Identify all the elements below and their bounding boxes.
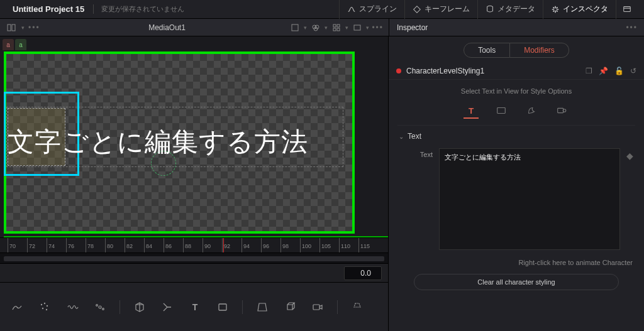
svg-rect-9 [337, 24, 340, 27]
title-bar: Untitled Project 15 変更が保存されていません スプライン キ… [0, 0, 644, 19]
inspector-icon [551, 5, 560, 14]
keyframes-button[interactable]: キーフレーム [404, 0, 477, 19]
ruler-tick: 100 [300, 238, 311, 252]
ruler-tick: 110 [339, 238, 350, 252]
buffer-a-tab[interactable]: a [3, 39, 14, 50]
clear-styling-button[interactable]: Clear all character styling [414, 274, 619, 290]
inspector-button[interactable]: インスペクタ [543, 0, 616, 19]
svg-rect-8 [333, 24, 336, 27]
subtab-layout[interactable] [494, 104, 509, 119]
viewer-settings-icon[interactable] [351, 21, 364, 34]
ruler-tick: 86 [164, 238, 172, 252]
svg-rect-22 [219, 304, 226, 310]
node-name: CharacterLevelStyling1 [406, 67, 484, 75]
plasma-tool[interactable] [92, 299, 108, 315]
subtab-shading[interactable] [524, 104, 539, 119]
ruler-tick: 72 [27, 238, 35, 252]
subtab-settings[interactable] [554, 104, 569, 119]
view-layout-icon[interactable] [5, 21, 18, 34]
buffer-tabs: a a [0, 36, 388, 50]
tab-modifiers[interactable]: Modifiers [510, 43, 569, 58]
buffer-b-tab[interactable]: a [15, 39, 26, 50]
spotlight-tool[interactable] [349, 299, 365, 315]
svg-rect-2 [8, 24, 11, 31]
subtab-text[interactable]: T [464, 104, 479, 119]
metadata-icon [486, 5, 494, 14]
shape3d-tool[interactable] [131, 299, 148, 315]
project-title: Untitled Project 15 [13, 4, 84, 14]
keyframe-diamond[interactable]: ◆ [626, 148, 634, 250]
viewer-canvas[interactable]: 文字ごとに編集する方法 [0, 50, 388, 237]
inspector-panel: Tools Modifiers CharacterLevelStyling1 ❐… [389, 36, 644, 331]
section-text-header[interactable]: ⌄ Text [389, 126, 644, 144]
layout-button[interactable] [616, 0, 638, 19]
node-toolbar: T [0, 283, 388, 331]
lock-icon[interactable]: 🔓 [614, 67, 624, 75]
image-plane-tool[interactable] [254, 299, 270, 315]
time-ruler[interactable]: 7072747678808284868890929496981001051101… [0, 237, 388, 252]
layout-icon [623, 5, 631, 14]
keyframes-icon [413, 5, 421, 14]
time-row: 0.0 [0, 264, 388, 283]
ruler-tick: 92 [222, 238, 230, 252]
ruler-tick: 105 [319, 238, 331, 252]
ruler-tick: 76 [66, 238, 74, 252]
animate-hint[interactable]: Right-click here to animate Character [389, 252, 644, 270]
inspector-menu[interactable]: ••• [626, 23, 638, 32]
ruler-tick: 94 [242, 238, 250, 252]
viewer-right-menu[interactable]: ••• [372, 23, 384, 32]
svg-rect-25 [497, 108, 506, 114]
svg-rect-10 [333, 28, 336, 31]
mask-tool[interactable] [214, 299, 231, 315]
particles-tool[interactable] [36, 299, 53, 315]
cube-tool[interactable] [282, 299, 298, 315]
inspector-header: Inspector ••• [389, 19, 644, 36]
svg-point-16 [42, 307, 43, 308]
text-tool[interactable]: T [187, 299, 203, 315]
reset-icon[interactable]: ↺ [630, 67, 636, 75]
svg-point-18 [99, 306, 101, 308]
camera-tool[interactable] [309, 299, 326, 315]
svg-rect-3 [12, 24, 15, 31]
lut-icon[interactable] [330, 21, 343, 34]
ruler-tick: 115 [358, 238, 370, 252]
pin-icon[interactable]: 📌 [599, 67, 608, 75]
text-input[interactable] [439, 148, 620, 250]
svg-rect-0 [624, 6, 631, 11]
svg-point-17 [46, 308, 47, 310]
svg-point-20 [103, 308, 104, 310]
spline-button[interactable]: スプライン [339, 0, 404, 19]
node-header[interactable]: CharacterLevelStyling1 ❐ 📌 🔓 ↺ [389, 63, 644, 80]
svg-rect-12 [354, 25, 360, 30]
noise-tool[interactable] [64, 299, 80, 315]
ruler-tick: 96 [261, 238, 269, 252]
viewer-left-menu[interactable]: ••• [28, 23, 40, 32]
preview-text[interactable]: 文字ごとに編集する方法 [8, 124, 308, 160]
merge-tool[interactable] [159, 299, 175, 315]
sub-header: ▾ ••• MediaOut1 ▾ ▾ ▾ ▾ ••• Inspector ••… [0, 19, 644, 36]
svg-text:T: T [469, 106, 474, 116]
tab-tools[interactable]: Tools [464, 43, 510, 58]
ruler-tick: 88 [183, 238, 191, 252]
inspector-subtabs: T [397, 101, 635, 126]
time-display[interactable]: 0.0 [344, 266, 382, 280]
viewer-node-label[interactable]: MediaOut1 [45, 23, 289, 32]
scrub-bar[interactable] [0, 252, 388, 264]
svg-rect-4 [292, 24, 298, 31]
ruler-tick: 70 [8, 238, 16, 252]
chevron-down-icon[interactable]: ▾ [21, 24, 25, 31]
metadata-button[interactable]: メタデータ [477, 0, 543, 19]
style-hint: Select Text in View for Style Options [389, 80, 644, 101]
svg-point-19 [96, 304, 98, 306]
background-tool[interactable] [9, 299, 25, 315]
roi-icon[interactable] [289, 21, 301, 34]
chevron-down-icon: ⌄ [399, 133, 404, 140]
versions-icon[interactable]: ❐ [586, 67, 592, 75]
ruler-tick: 90 [203, 238, 211, 252]
svg-text:T: T [192, 302, 198, 312]
ruler-tick: 78 [86, 238, 94, 252]
unsaved-indicator: 変更が保存されていません [93, 4, 184, 14]
svg-rect-23 [313, 305, 319, 310]
channels-icon[interactable] [309, 21, 322, 34]
node-enable-dot[interactable] [396, 68, 401, 73]
